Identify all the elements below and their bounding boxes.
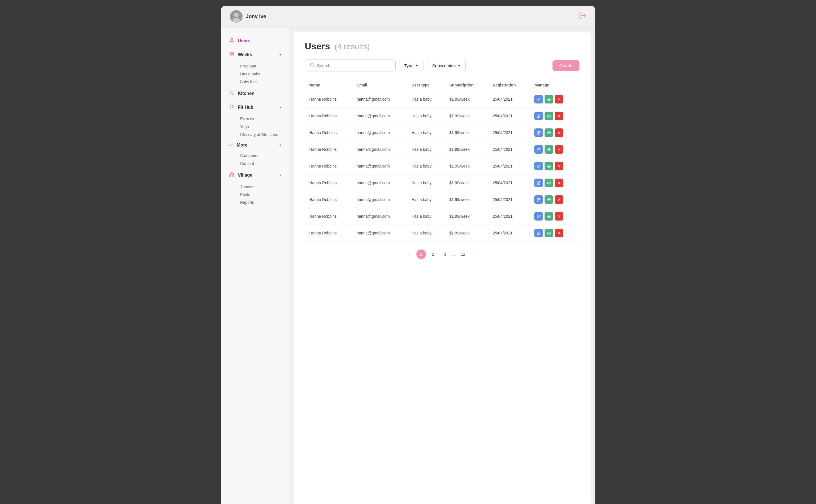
create-button[interactable]: Create	[553, 60, 580, 71]
col-subscription: Subscription	[445, 79, 488, 91]
search-icon	[310, 63, 314, 68]
content-area: Users (4 results) Type ▾	[293, 32, 591, 504]
delete-button[interactable]	[555, 128, 563, 137]
pagination-page-2[interactable]: 2	[428, 249, 438, 259]
results-count: (4 results)	[334, 42, 369, 51]
subscription-filter-button[interactable]: Subscription ▾	[427, 60, 466, 71]
pagination-page-3[interactable]: 3	[440, 249, 450, 259]
pagination-page-12[interactable]: 12	[458, 249, 468, 259]
sidebar-item-village[interactable]: Village ▾	[225, 169, 284, 181]
edit-button[interactable]	[534, 229, 543, 237]
sidebar-item-fithub[interactable]: Fit Hub ▾	[225, 101, 284, 114]
edit-button[interactable]	[534, 179, 543, 187]
svg-point-13	[549, 99, 549, 99]
sidebar-item-kitchen[interactable]: Kitchen	[225, 87, 284, 100]
col-user-type: User type	[407, 79, 445, 91]
delete-button[interactable]	[555, 229, 563, 237]
sidebar-sub-content[interactable]: Content	[238, 160, 284, 168]
cell-subscription: $1.99/week	[445, 124, 488, 141]
sidebar-sub-exercise[interactable]: Exercise	[238, 115, 284, 123]
view-button[interactable]	[545, 195, 553, 204]
view-button[interactable]	[545, 112, 553, 120]
app-container: Jony Ive Users	[221, 6, 595, 504]
sidebar-more-label: More	[237, 143, 248, 148]
sidebar-sub-reports[interactable]: Reports	[238, 198, 284, 206]
sidebar-sub-themes[interactable]: Themes	[238, 183, 284, 190]
delete-button[interactable]	[555, 145, 563, 154]
edit-button[interactable]	[534, 145, 543, 154]
cell-subscription: $1.99/week	[445, 191, 488, 208]
col-name: Name	[305, 79, 352, 91]
view-button[interactable]	[545, 212, 553, 221]
svg-point-25	[549, 166, 549, 166]
delete-button[interactable]	[555, 162, 563, 170]
cell-email: hanna@gmail.com	[352, 124, 407, 141]
svg-point-16	[549, 115, 549, 116]
pagination-ellipsis: ...	[452, 252, 456, 257]
edit-button[interactable]	[534, 95, 543, 103]
delete-button[interactable]	[555, 112, 563, 120]
delete-button[interactable]	[555, 212, 563, 221]
sidebar-sub-has-baby[interactable]: Has a baby	[238, 70, 284, 78]
sidebar-sub-yoga[interactable]: Yoga	[238, 123, 284, 131]
edit-button[interactable]	[534, 128, 543, 137]
village-submenu: Themes Posts Reports	[225, 183, 284, 206]
sidebar-item-more[interactable]: More ▾	[225, 140, 284, 151]
pagination-page-1[interactable]: 1	[417, 249, 426, 259]
svg-point-1	[234, 13, 238, 17]
cell-subscription: $1.99/week	[445, 175, 488, 191]
edit-button[interactable]	[534, 162, 543, 170]
table-row: Hanna Robbins hanna@gmail.com Has a baby…	[305, 108, 580, 124]
sidebar-item-users[interactable]: Users	[225, 34, 284, 47]
pagination-next[interactable]: ›	[470, 249, 480, 259]
delete-button[interactable]	[555, 95, 563, 103]
table-row: Hanna Robbins hanna@gmail.com Has a baby…	[305, 208, 580, 225]
cell-user-type: Has a baby	[407, 91, 445, 108]
pagination-prev[interactable]: ‹	[404, 249, 414, 259]
cell-name: Hanna Robbins	[305, 141, 352, 158]
svg-point-37	[549, 232, 549, 233]
sidebar-sub-categories[interactable]: Categories	[238, 152, 284, 160]
cell-manage	[530, 175, 579, 191]
cell-manage	[530, 208, 579, 225]
view-button[interactable]	[545, 162, 553, 170]
cell-name: Hanna Robbins	[305, 108, 352, 124]
view-button[interactable]	[545, 229, 553, 237]
search-input[interactable]	[317, 63, 391, 68]
cell-subscription: $1.99/week	[445, 91, 488, 108]
cell-registration: 25/04/2021	[488, 91, 530, 108]
top-bar-left: Jony Ive	[230, 10, 266, 23]
sidebar-sub-posts[interactable]: Posts	[238, 190, 284, 198]
svg-rect-4	[229, 52, 234, 53]
cell-user-type: Has a baby	[407, 124, 445, 141]
svg-point-34	[549, 216, 549, 217]
sidebar-weeks-label: Weeks	[238, 52, 252, 57]
village-chevron: ▾	[279, 173, 281, 177]
logout-button[interactable]	[579, 12, 586, 21]
edit-button[interactable]	[534, 195, 543, 204]
cell-user-type: Has a baby	[407, 191, 445, 208]
sidebar-sub-pregnant[interactable]: Pregnant	[238, 62, 284, 70]
fithub-chevron: ▾	[279, 105, 281, 109]
view-button[interactable]	[545, 145, 553, 154]
cell-email: hanna@gmail.com	[352, 91, 407, 108]
edit-button[interactable]	[534, 112, 543, 120]
cell-user-type: Has a baby	[407, 158, 445, 175]
svg-line-9	[232, 91, 233, 92]
edit-button[interactable]	[534, 212, 543, 221]
table-row: Hanna Robbins hanna@gmail.com Has a baby…	[305, 191, 580, 208]
sidebar-sub-baby-loss[interactable]: Baby loss	[238, 78, 284, 86]
sidebar-item-weeks[interactable]: Weeks ▾	[225, 48, 284, 61]
view-button[interactable]	[545, 128, 553, 137]
sidebar-sub-glossary[interactable]: Glossary of Stretches	[238, 131, 284, 139]
view-button[interactable]	[545, 95, 553, 103]
cell-subscription: $1.99/week	[445, 141, 488, 158]
sidebar: Users Weeks ▾ Pregnant Has a baby Baby l…	[221, 27, 289, 504]
delete-button[interactable]	[555, 195, 563, 204]
view-button[interactable]	[545, 179, 553, 187]
subscription-filter-label: Subscription	[432, 63, 456, 68]
cell-user-type: Has a baby	[407, 208, 445, 225]
users-icon	[229, 37, 234, 44]
type-filter-button[interactable]: Type ▾	[399, 60, 424, 71]
delete-button[interactable]	[555, 179, 563, 187]
